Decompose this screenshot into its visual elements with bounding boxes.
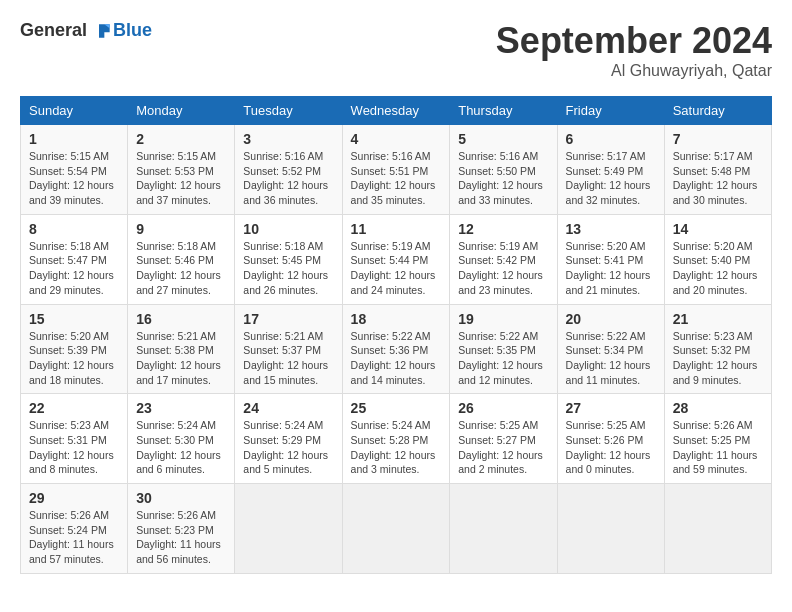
day-info: Sunrise: 5:26 AMSunset: 5:25 PMDaylight:… xyxy=(673,419,758,475)
day-info: Sunrise: 5:19 AMSunset: 5:44 PMDaylight:… xyxy=(351,240,436,296)
calendar-cell xyxy=(557,484,664,574)
day-number: 13 xyxy=(566,221,656,237)
day-info: Sunrise: 5:17 AMSunset: 5:48 PMDaylight:… xyxy=(673,150,758,206)
day-info: Sunrise: 5:26 AMSunset: 5:24 PMDaylight:… xyxy=(29,509,114,565)
col-monday: Monday xyxy=(128,97,235,125)
logo-general-text: General xyxy=(20,20,87,41)
day-number: 4 xyxy=(351,131,442,147)
calendar-cell xyxy=(235,484,342,574)
col-tuesday: Tuesday xyxy=(235,97,342,125)
calendar-cell: 16 Sunrise: 5:21 AMSunset: 5:38 PMDaylig… xyxy=(128,304,235,394)
day-number: 12 xyxy=(458,221,548,237)
day-info: Sunrise: 5:24 AMSunset: 5:28 PMDaylight:… xyxy=(351,419,436,475)
day-number: 5 xyxy=(458,131,548,147)
calendar-cell: 23 Sunrise: 5:24 AMSunset: 5:30 PMDaylig… xyxy=(128,394,235,484)
calendar-cell: 3 Sunrise: 5:16 AMSunset: 5:52 PMDayligh… xyxy=(235,125,342,215)
day-info: Sunrise: 5:16 AMSunset: 5:50 PMDaylight:… xyxy=(458,150,543,206)
day-number: 29 xyxy=(29,490,119,506)
day-number: 11 xyxy=(351,221,442,237)
calendar-cell: 15 Sunrise: 5:20 AMSunset: 5:39 PMDaylig… xyxy=(21,304,128,394)
calendar-week-row: 29 Sunrise: 5:26 AMSunset: 5:24 PMDaylig… xyxy=(21,484,772,574)
logo: General Blue xyxy=(20,20,152,41)
day-info: Sunrise: 5:25 AMSunset: 5:27 PMDaylight:… xyxy=(458,419,543,475)
logo-blue-text: Blue xyxy=(113,20,152,41)
calendar-header-row: Sunday Monday Tuesday Wednesday Thursday… xyxy=(21,97,772,125)
location-subtitle: Al Ghuwayriyah, Qatar xyxy=(496,62,772,80)
day-number: 6 xyxy=(566,131,656,147)
day-info: Sunrise: 5:22 AMSunset: 5:36 PMDaylight:… xyxy=(351,330,436,386)
calendar-cell: 12 Sunrise: 5:19 AMSunset: 5:42 PMDaylig… xyxy=(450,214,557,304)
day-info: Sunrise: 5:22 AMSunset: 5:34 PMDaylight:… xyxy=(566,330,651,386)
calendar-week-row: 1 Sunrise: 5:15 AMSunset: 5:54 PMDayligh… xyxy=(21,125,772,215)
day-info: Sunrise: 5:17 AMSunset: 5:49 PMDaylight:… xyxy=(566,150,651,206)
day-number: 19 xyxy=(458,311,548,327)
day-info: Sunrise: 5:24 AMSunset: 5:30 PMDaylight:… xyxy=(136,419,221,475)
calendar-cell: 20 Sunrise: 5:22 AMSunset: 5:34 PMDaylig… xyxy=(557,304,664,394)
month-title: September 2024 xyxy=(496,20,772,62)
calendar-cell: 6 Sunrise: 5:17 AMSunset: 5:49 PMDayligh… xyxy=(557,125,664,215)
day-number: 28 xyxy=(673,400,763,416)
day-info: Sunrise: 5:22 AMSunset: 5:35 PMDaylight:… xyxy=(458,330,543,386)
calendar-cell: 1 Sunrise: 5:15 AMSunset: 5:54 PMDayligh… xyxy=(21,125,128,215)
col-friday: Friday xyxy=(557,97,664,125)
col-sunday: Sunday xyxy=(21,97,128,125)
day-number: 10 xyxy=(243,221,333,237)
col-thursday: Thursday xyxy=(450,97,557,125)
day-info: Sunrise: 5:21 AMSunset: 5:38 PMDaylight:… xyxy=(136,330,221,386)
day-number: 24 xyxy=(243,400,333,416)
day-info: Sunrise: 5:15 AMSunset: 5:54 PMDaylight:… xyxy=(29,150,114,206)
calendar-cell xyxy=(664,484,771,574)
day-info: Sunrise: 5:20 AMSunset: 5:40 PMDaylight:… xyxy=(673,240,758,296)
day-number: 14 xyxy=(673,221,763,237)
calendar-table: Sunday Monday Tuesday Wednesday Thursday… xyxy=(20,96,772,574)
calendar-cell: 7 Sunrise: 5:17 AMSunset: 5:48 PMDayligh… xyxy=(664,125,771,215)
day-number: 7 xyxy=(673,131,763,147)
day-number: 22 xyxy=(29,400,119,416)
day-info: Sunrise: 5:20 AMSunset: 5:41 PMDaylight:… xyxy=(566,240,651,296)
day-info: Sunrise: 5:16 AMSunset: 5:51 PMDaylight:… xyxy=(351,150,436,206)
calendar-cell: 9 Sunrise: 5:18 AMSunset: 5:46 PMDayligh… xyxy=(128,214,235,304)
calendar-week-row: 15 Sunrise: 5:20 AMSunset: 5:39 PMDaylig… xyxy=(21,304,772,394)
calendar-cell: 13 Sunrise: 5:20 AMSunset: 5:41 PMDaylig… xyxy=(557,214,664,304)
calendar-cell xyxy=(342,484,450,574)
calendar-cell: 22 Sunrise: 5:23 AMSunset: 5:31 PMDaylig… xyxy=(21,394,128,484)
day-number: 8 xyxy=(29,221,119,237)
day-info: Sunrise: 5:20 AMSunset: 5:39 PMDaylight:… xyxy=(29,330,114,386)
calendar-cell: 24 Sunrise: 5:24 AMSunset: 5:29 PMDaylig… xyxy=(235,394,342,484)
calendar-week-row: 22 Sunrise: 5:23 AMSunset: 5:31 PMDaylig… xyxy=(21,394,772,484)
day-number: 18 xyxy=(351,311,442,327)
day-number: 16 xyxy=(136,311,226,327)
day-number: 25 xyxy=(351,400,442,416)
calendar-cell: 26 Sunrise: 5:25 AMSunset: 5:27 PMDaylig… xyxy=(450,394,557,484)
calendar-cell: 14 Sunrise: 5:20 AMSunset: 5:40 PMDaylig… xyxy=(664,214,771,304)
calendar-cell: 19 Sunrise: 5:22 AMSunset: 5:35 PMDaylig… xyxy=(450,304,557,394)
day-info: Sunrise: 5:18 AMSunset: 5:47 PMDaylight:… xyxy=(29,240,114,296)
day-info: Sunrise: 5:18 AMSunset: 5:45 PMDaylight:… xyxy=(243,240,328,296)
col-wednesday: Wednesday xyxy=(342,97,450,125)
day-number: 27 xyxy=(566,400,656,416)
calendar-cell: 8 Sunrise: 5:18 AMSunset: 5:47 PMDayligh… xyxy=(21,214,128,304)
day-number: 17 xyxy=(243,311,333,327)
calendar-cell: 27 Sunrise: 5:25 AMSunset: 5:26 PMDaylig… xyxy=(557,394,664,484)
page-header: General Blue September 2024 Al Ghuwayriy… xyxy=(20,20,772,80)
day-number: 26 xyxy=(458,400,548,416)
day-info: Sunrise: 5:19 AMSunset: 5:42 PMDaylight:… xyxy=(458,240,543,296)
calendar-cell: 5 Sunrise: 5:16 AMSunset: 5:50 PMDayligh… xyxy=(450,125,557,215)
day-number: 3 xyxy=(243,131,333,147)
calendar-cell: 21 Sunrise: 5:23 AMSunset: 5:32 PMDaylig… xyxy=(664,304,771,394)
day-number: 1 xyxy=(29,131,119,147)
calendar-cell: 11 Sunrise: 5:19 AMSunset: 5:44 PMDaylig… xyxy=(342,214,450,304)
calendar-cell: 10 Sunrise: 5:18 AMSunset: 5:45 PMDaylig… xyxy=(235,214,342,304)
calendar-cell: 4 Sunrise: 5:16 AMSunset: 5:51 PMDayligh… xyxy=(342,125,450,215)
day-info: Sunrise: 5:15 AMSunset: 5:53 PMDaylight:… xyxy=(136,150,221,206)
day-number: 2 xyxy=(136,131,226,147)
day-info: Sunrise: 5:25 AMSunset: 5:26 PMDaylight:… xyxy=(566,419,651,475)
calendar-cell xyxy=(450,484,557,574)
calendar-cell: 2 Sunrise: 5:15 AMSunset: 5:53 PMDayligh… xyxy=(128,125,235,215)
calendar-cell: 17 Sunrise: 5:21 AMSunset: 5:37 PMDaylig… xyxy=(235,304,342,394)
day-info: Sunrise: 5:18 AMSunset: 5:46 PMDaylight:… xyxy=(136,240,221,296)
day-number: 15 xyxy=(29,311,119,327)
calendar-cell: 18 Sunrise: 5:22 AMSunset: 5:36 PMDaylig… xyxy=(342,304,450,394)
title-area: September 2024 Al Ghuwayriyah, Qatar xyxy=(496,20,772,80)
day-number: 30 xyxy=(136,490,226,506)
